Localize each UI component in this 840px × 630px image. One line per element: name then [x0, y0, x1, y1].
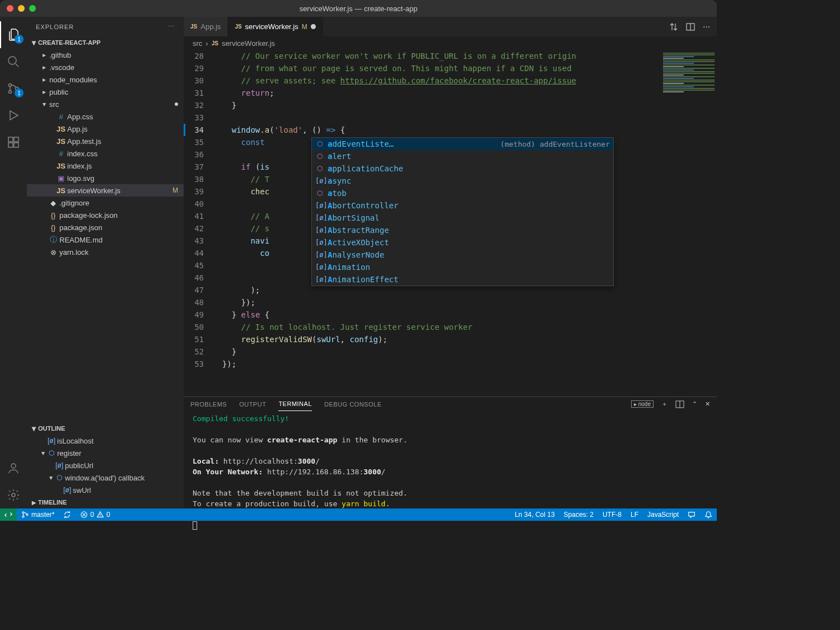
suggest-item[interactable]: [ø]Animation — [312, 261, 613, 273]
activity-explorer[interactable]: 1 — [0, 21, 27, 48]
terminal-shell-label[interactable]: ▸ node — [631, 400, 654, 408]
outline-item[interactable]: [ø]swUrl — [27, 484, 184, 496]
outline-item[interactable]: [ø]isLocalhost — [27, 435, 184, 447]
minimap[interactable] — [661, 50, 717, 396]
suggest-item[interactable]: [ø]AbortSignal — [312, 212, 613, 224]
tree-file[interactable]: #index.css — [27, 147, 184, 160]
intellisense-suggest[interactable]: ⬡addEventListe…(method) addEventListener… — [311, 137, 614, 286]
tree-label: yarn.lock — [59, 248, 88, 256]
minimize-window[interactable] — [18, 5, 25, 12]
compare-icon[interactable] — [669, 22, 678, 31]
panel: PROBLEMS OUTPUT TERMINAL DEBUG CONSOLE ▸… — [184, 396, 717, 508]
suggest-kind-icon: [ø] — [315, 226, 324, 234]
sidebar-header: EXPLORER ⋯ — [27, 17, 184, 36]
tree-file[interactable]: JSindex.js — [27, 160, 184, 172]
sidebar-more-icon[interactable]: ⋯ — [168, 23, 175, 30]
suggest-item[interactable]: ⬡alert — [312, 150, 613, 162]
tree-file[interactable]: {}package.json — [27, 221, 184, 234]
tree-label: App.js — [67, 125, 87, 133]
status-sync[interactable] — [59, 508, 76, 521]
tree-folder[interactable]: ▸public — [27, 86, 184, 98]
file-icon: # — [56, 150, 66, 158]
close-panel-icon[interactable]: ✕ — [705, 400, 710, 408]
status-branch[interactable]: master* — [17, 508, 59, 521]
panel-tab-terminal[interactable]: TERMINAL — [278, 397, 312, 411]
suggest-item[interactable]: ⬡atob — [312, 187, 613, 199]
outline-item[interactable]: ▾⬡window.a('load') callback — [27, 472, 184, 484]
tree-file[interactable]: JSserviceWorker.jsM — [27, 184, 184, 197]
activity-search[interactable] — [0, 48, 27, 75]
code-editor[interactable]: 2829303132333435363738394041424344454647… — [184, 50, 717, 396]
suggest-item[interactable]: ⬡applicationCache — [312, 162, 613, 175]
suggest-item[interactable]: ⬡addEventListe…(method) addEventListener — [312, 138, 613, 150]
remote-indicator[interactable] — [0, 508, 17, 521]
symbol-icon: [ø] — [47, 437, 56, 445]
suggest-item[interactable]: [ø]ActiveXObject — [312, 236, 613, 249]
tab-label: App.js — [200, 22, 221, 31]
svg-point-9 — [12, 493, 15, 497]
svg-point-12 — [22, 512, 24, 514]
zoom-window[interactable] — [29, 5, 36, 12]
activity-extensions[interactable] — [0, 129, 27, 156]
outline-item[interactable]: [ø]publicUrl — [27, 459, 184, 472]
tree-file[interactable]: ▣logo.svg — [27, 172, 184, 184]
tab-bar: JS App.js JS serviceWorker.js M ⋯ — [184, 17, 717, 36]
new-terminal-icon[interactable]: ＋ — [661, 400, 668, 408]
close-window[interactable] — [7, 5, 13, 12]
activity-debug[interactable] — [0, 102, 27, 129]
activity-settings[interactable] — [0, 482, 27, 508]
tree-file[interactable]: ⓘREADME.md — [27, 234, 184, 246]
status-problems[interactable]: 0 0 — [76, 508, 114, 521]
suggest-item[interactable]: [ø]AbstractRange — [312, 224, 613, 236]
tab-serviceworker-js[interactable]: JS serviceWorker.js M — [228, 17, 323, 36]
section-timeline[interactable]: ▸ TIMELINE — [27, 496, 184, 508]
js-icon: JS — [212, 40, 218, 46]
tree-folder[interactable]: ▾src — [27, 98, 184, 110]
tree-label: index.js — [67, 162, 92, 170]
outline-label: isLocalhost — [57, 437, 94, 445]
suggest-kind-icon: ⬡ — [315, 189, 324, 197]
run-debug-icon — [7, 109, 20, 122]
suggest-item[interactable]: [ø]async — [312, 175, 613, 187]
more-icon[interactable]: ⋯ — [703, 22, 710, 31]
tree-folder[interactable]: ▸.github — [27, 49, 184, 61]
tree-label: package.json — [59, 223, 102, 232]
tree-label: serviceWorker.js — [67, 186, 120, 195]
tree-file[interactable]: #App.css — [27, 110, 184, 123]
outline-item[interactable]: ▾⬡register — [27, 447, 184, 459]
maximize-panel-icon[interactable]: ⌃ — [692, 400, 697, 408]
tree-file[interactable]: {}package-lock.json — [27, 209, 184, 221]
tree-folder[interactable]: ▸.vscode — [27, 61, 184, 73]
terminal-output[interactable]: Compiled successfully! You can now view … — [184, 411, 717, 533]
breadcrumb-item[interactable]: src — [193, 39, 202, 48]
tree-file[interactable]: ⊗yarn.lock — [27, 246, 184, 258]
code-content[interactable]: // Our service worker won't work if PUBL… — [213, 50, 661, 396]
tree-file[interactable]: JSApp.test.js — [27, 135, 184, 147]
activity-account[interactable] — [0, 455, 27, 482]
suggest-item[interactable]: [ø]AnalyserNode — [312, 249, 613, 261]
tree-label: App.css — [67, 113, 93, 121]
tree-file[interactable]: JSApp.js — [27, 123, 184, 135]
suggest-kind-icon: [ø] — [315, 251, 324, 259]
section-outline[interactable]: ▾ OUTLINE — [27, 422, 184, 435]
chevron-icon: ▾ — [47, 474, 55, 482]
suggest-item[interactable]: [ø]AnimationEffect — [312, 273, 613, 286]
activity-scm[interactable]: 1 — [0, 75, 27, 102]
tree-folder[interactable]: ▸node_modules — [27, 73, 184, 86]
current-line-indicator — [184, 124, 185, 136]
tree-file[interactable]: ◆.gitignore — [27, 197, 184, 209]
tab-app-js[interactable]: JS App.js — [184, 17, 228, 36]
split-editor-icon[interactable] — [686, 22, 695, 31]
suggest-item[interactable]: [ø]AbortController — [312, 199, 613, 212]
split-terminal-icon[interactable] — [675, 400, 684, 409]
panel-tab-debug-console[interactable]: DEBUG CONSOLE — [324, 398, 381, 411]
sidebar-title: EXPLORER — [36, 24, 74, 30]
explorer-badge: 1 — [15, 35, 24, 44]
activity-bar: 1 1 — [0, 17, 27, 508]
breadcrumb[interactable]: src › JS serviceWorker.js — [184, 36, 717, 50]
section-project[interactable]: ▾ CREATE-REACT-APP — [27, 36, 184, 49]
breadcrumb-item[interactable]: serviceWorker.js — [222, 39, 275, 48]
panel-tab-problems[interactable]: PROBLEMS — [190, 398, 227, 411]
suggest-kind-icon: ⬡ — [315, 165, 324, 172]
panel-tab-output[interactable]: OUTPUT — [239, 398, 266, 411]
